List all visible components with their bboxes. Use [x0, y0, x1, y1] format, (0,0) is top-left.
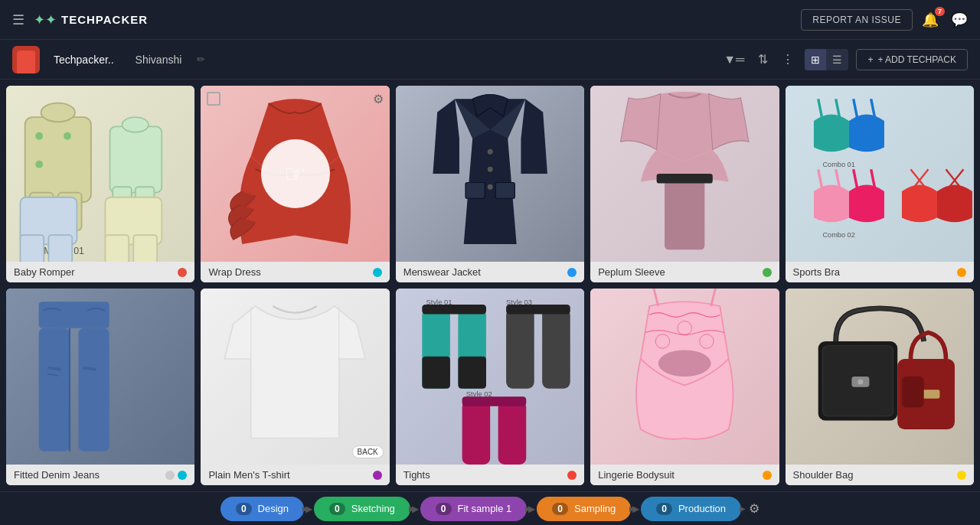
report-issue-button[interactable]: REPORT AN ISSUE [801, 9, 913, 31]
status-dot-shoulder-bag [957, 471, 966, 480]
card-footer-lingerie-bodysuit: Lingerie Bodysuit [590, 465, 779, 485]
logo-icon: ✦✦ [34, 11, 57, 28]
navbar: ☰ ✦✦ TECHPACKER REPORT AN ISSUE 🔔 7 💬 [0, 0, 980, 40]
status-sketching[interactable]: 0 Sketching [314, 497, 410, 521]
card-tights[interactable]: Style 01 Style 03 [396, 289, 584, 485]
status-design[interactable]: 0 Design [220, 497, 304, 521]
tab-shivanshi[interactable]: Shivanshi [128, 49, 190, 70]
filter-icon[interactable]: ▼═ [720, 50, 747, 70]
tab-techpacker[interactable]: Techpacker.. [46, 49, 122, 70]
svg-point-20 [488, 149, 493, 155]
svg-rect-74 [902, 377, 924, 407]
card-plain-mens-tshirt[interactable]: BACK Plain Men's T-shirt [201, 289, 389, 485]
card-footer-baby-romper: Baby Romper [6, 262, 194, 282]
card-sports-bra[interactable]: Combo 01 Combo 02 [786, 86, 974, 282]
plus-icon: + [867, 54, 873, 65]
card-footer-wrap-dress: Wrap Dress [201, 262, 389, 282]
svg-rect-52 [458, 357, 486, 389]
status-dot-tights [567, 471, 577, 480]
svg-rect-17 [133, 235, 157, 262]
svg-line-63 [711, 289, 716, 306]
card-image-shoulder-bag [786, 289, 974, 465]
svg-rect-16 [105, 235, 129, 262]
card-wrap-dress[interactable]: ⚙ ☞ Wrap Dress [201, 86, 389, 282]
svg-point-22 [488, 184, 493, 190]
fit-sample-label: Fit sample 1 [458, 503, 512, 514]
status-fit-sample[interactable]: 0 Fit sample 1 [420, 497, 528, 521]
fit-sample-count: 0 [436, 503, 452, 515]
status-dot-fitted-denim-jeans-1 [165, 471, 175, 480]
card-fitted-denim-jeans[interactable]: Fitted Denim Jeans [6, 289, 194, 485]
edit-tab-icon[interactable]: ✏ [197, 54, 205, 65]
add-techpack-button[interactable]: + + ADD TECHPACK [856, 49, 968, 70]
back-badge-tshirt: BACK [352, 445, 384, 458]
view-toggle: ⊞ ☰ [805, 49, 848, 70]
add-techpack-label: + ADD TECHPACK [877, 54, 956, 65]
card-footer-tights: Tights [396, 465, 584, 485]
card-name-wrap-dress: Wrap Dress [208, 266, 260, 278]
grid-view-button[interactable]: ⊞ [805, 49, 826, 70]
svg-point-5 [64, 132, 71, 140]
card-image-lingerie-bodysuit [590, 289, 779, 465]
status-dot-wrap-dress [373, 268, 382, 277]
app-logo: ✦✦ TECHPACKER [34, 11, 148, 28]
svg-rect-50 [422, 357, 450, 389]
card-footer-menswear-jacket: Menswear Jacket [396, 262, 584, 282]
svg-rect-60 [498, 400, 526, 465]
status-bar: 0 Design ▶ 0 Sketching ▶ 0 Fit sample 1 … [0, 491, 980, 525]
svg-point-1 [41, 103, 75, 122]
hover-cursor-overlay: ☞ [261, 139, 330, 208]
production-count: 0 [656, 503, 672, 515]
svg-rect-39 [39, 302, 109, 328]
svg-text:Combo 02: Combo 02 [822, 231, 854, 239]
card-name-shoulder-bag: Shoulder Bag [793, 469, 854, 481]
more-options-icon[interactable]: ⋮ [779, 49, 797, 70]
status-dot-lingerie-bodysuit [763, 471, 772, 480]
svg-rect-8 [110, 126, 162, 192]
svg-point-6 [35, 161, 43, 168]
card-name-fitted-denim-jeans: Fitted Denim Jeans [14, 469, 100, 481]
svg-rect-53 [422, 305, 486, 315]
app-name: TECHPACKER [61, 13, 148, 26]
avatar [12, 46, 40, 73]
status-dot-baby-romper [178, 268, 187, 277]
svg-line-45 [83, 368, 96, 370]
sketching-label: Sketching [351, 503, 395, 514]
card-lingerie-bodysuit[interactable]: Lingerie Bodysuit [590, 289, 779, 485]
svg-rect-19 [495, 183, 514, 199]
status-production[interactable]: 0 Production [641, 497, 741, 521]
svg-point-4 [35, 132, 43, 140]
card-shoulder-bag[interactable]: Shoulder Bag [786, 289, 974, 485]
card-name-lingerie-bodysuit: Lingerie Bodysuit [598, 469, 675, 481]
svg-rect-57 [506, 305, 570, 315]
notifications-button[interactable]: 🔔 7 [922, 11, 939, 28]
svg-rect-24 [657, 174, 713, 184]
card-footer-peplum-sleeve: Peplum Sleeve [590, 262, 779, 282]
status-dot-peplum-sleeve [763, 268, 772, 277]
sort-icon[interactable]: ⇅ [755, 49, 771, 70]
card-image-sports-bra: Combo 01 Combo 02 [786, 86, 974, 262]
card-image-baby-romper: COMBO - 01 [6, 86, 194, 262]
svg-rect-14 [48, 235, 72, 262]
status-settings-icon[interactable]: ⚙ [749, 501, 760, 516]
status-dot-fitted-denim-jeans-2 [178, 471, 187, 480]
card-name-peplum-sleeve: Peplum Sleeve [598, 266, 665, 278]
design-count: 0 [236, 503, 252, 515]
card-baby-romper[interactable]: COMBO - 01 [6, 86, 194, 282]
list-view-button[interactable]: ☰ [826, 49, 848, 70]
svg-rect-55 [506, 308, 534, 389]
settings-icon-wrap-dress[interactable]: ⚙ [373, 92, 384, 106]
messages-button[interactable]: 💬 [951, 11, 968, 28]
card-name-tights: Tights [403, 469, 430, 481]
card-checkbox-wrap-dress[interactable] [207, 92, 220, 106]
notification-badge: 7 [935, 7, 945, 16]
svg-rect-18 [466, 183, 485, 199]
card-menswear-jacket[interactable]: Menswear Jacket [396, 86, 584, 282]
card-peplum-sleeve[interactable]: Peplum Sleeve [590, 86, 779, 282]
menu-icon[interactable]: ☰ [12, 11, 24, 28]
card-image-wrap-dress: ⚙ ☞ [201, 86, 389, 262]
card-name-baby-romper: Baby Romper [14, 266, 74, 278]
card-image-tights: Style 01 Style 03 [396, 289, 584, 465]
status-sampling[interactable]: 0 Sampling [537, 497, 631, 521]
card-image-plain-mens-tshirt: BACK [201, 289, 389, 465]
